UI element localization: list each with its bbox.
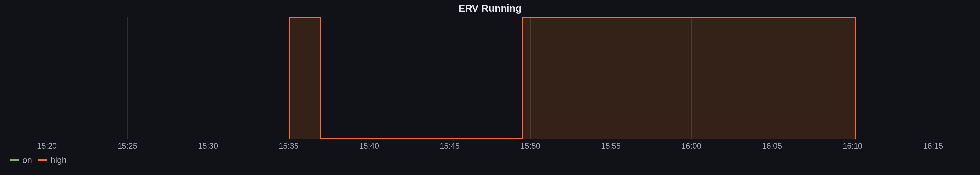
x-tick-label: 15:55	[601, 141, 621, 151]
gridline	[127, 16, 128, 139]
series-high-stroke	[320, 16, 321, 139]
x-tick-label: 15:45	[440, 141, 460, 151]
x-tick-label: 15:30	[198, 141, 218, 151]
legend-label: on	[22, 155, 32, 165]
legend-swatch-high	[38, 159, 47, 161]
series-high-fill	[289, 16, 321, 139]
gridline	[450, 16, 450, 139]
gridline	[47, 16, 47, 139]
legend-item-high[interactable]: high	[38, 155, 67, 165]
series-high-stroke	[522, 16, 856, 18]
x-tick-label: 15:35	[279, 141, 299, 151]
plot-area[interactable]	[6, 16, 974, 139]
x-tick-label: 16:00	[681, 141, 701, 151]
legend-label: high	[51, 155, 67, 165]
legend-item-on[interactable]: on	[10, 155, 32, 165]
gridline	[933, 16, 934, 139]
gridline	[369, 16, 369, 139]
legend-swatch-on	[10, 159, 19, 161]
x-tick-label: 16:15	[923, 141, 943, 151]
series-high-fill	[522, 16, 856, 139]
series-high-stroke	[522, 16, 523, 139]
chart-title: ERV Running	[0, 3, 980, 14]
series-high-stroke	[855, 16, 856, 139]
x-tick-label: 15:20	[37, 141, 57, 151]
series-high-stroke	[289, 16, 321, 18]
gridline	[208, 16, 208, 139]
chart-panel: ERV Running 15:20 15:25 15:30 15:35 15:4…	[0, 0, 980, 175]
chart-legend: on high	[10, 155, 67, 165]
x-tick-label: 15:25	[118, 141, 137, 151]
series-high-stroke	[321, 138, 522, 139]
x-tick-label: 15:50	[520, 141, 540, 151]
x-tick-label: 16:10	[843, 141, 862, 151]
x-tick-label: 16:05	[762, 141, 782, 151]
series-high-stroke	[289, 16, 290, 139]
x-tick-label: 15:40	[359, 141, 379, 151]
